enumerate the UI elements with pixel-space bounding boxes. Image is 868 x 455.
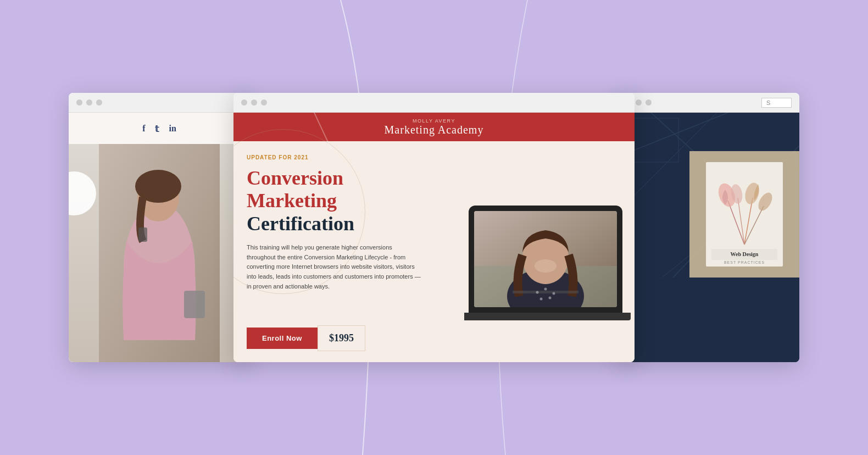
- laptop-mockup: [469, 206, 631, 320]
- heading-conversion: Conversion: [247, 167, 343, 189]
- left-browser-card: f 𝕥 in: [69, 93, 250, 362]
- academy-subtitle: MOLLY AVERY: [413, 118, 455, 124]
- svg-rect-5: [138, 228, 147, 242]
- search-placeholder: S: [766, 99, 770, 106]
- left-card-content: f 𝕥 in: [69, 113, 250, 362]
- course-heading: Conversion Marketing Certification: [247, 167, 453, 235]
- svg-text:Web Design: Web Design: [731, 251, 759, 257]
- right-search-bar[interactable]: S: [761, 98, 792, 108]
- laptop-screen: [474, 211, 617, 307]
- svg-point-16: [548, 296, 551, 299]
- cards-container: f 𝕥 in: [0, 0, 868, 455]
- right-browser-bar: S: [618, 93, 799, 113]
- svg-point-13: [544, 287, 547, 290]
- heading-certification: Certification: [247, 213, 354, 235]
- laptop-screen-content: [474, 211, 617, 307]
- right-browser-card: S: [618, 93, 799, 362]
- cta-row: Enroll Now $1995: [247, 325, 453, 351]
- course-description: This training will help you generate hig…: [247, 243, 422, 291]
- twitter-icon: 𝕥: [155, 124, 159, 134]
- right-card-content: Web Design BEST PRACTICES: [618, 113, 799, 362]
- laptop-image-area: [464, 141, 635, 362]
- academy-title: Marketing Academy: [385, 124, 484, 136]
- laptop-outer: [469, 206, 622, 313]
- updated-label: UPDATED FOR 2021: [247, 154, 453, 160]
- svg-point-14: [552, 292, 555, 295]
- enroll-button[interactable]: Enroll Now: [247, 328, 318, 349]
- center-dot-2: [251, 99, 257, 106]
- left-browser-bar: [69, 93, 250, 113]
- svg-point-12: [536, 291, 538, 293]
- center-card-content: MOLLY AVERY Marketing Academy UPDATED FO…: [233, 113, 635, 362]
- heading-marketing: Marketing: [247, 190, 337, 212]
- social-icons-row: f 𝕥 in: [142, 113, 176, 144]
- price-tag: $1995: [318, 325, 365, 351]
- woman-left-svg: [99, 144, 220, 362]
- svg-text:BEST PRACTICES: BEST PRACTICES: [724, 260, 765, 264]
- geo-lines-svg: Web Design BEST PRACTICES: [618, 113, 799, 278]
- center-browser-bar: [233, 93, 635, 113]
- svg-rect-11: [513, 291, 578, 293]
- right-dark-section: Web Design BEST PRACTICES: [618, 113, 799, 362]
- center-dot-3: [261, 99, 267, 106]
- white-circle-accent: [69, 171, 96, 215]
- browser-dot-green: [96, 99, 102, 106]
- center-browser-card: MOLLY AVERY Marketing Academy UPDATED FO…: [233, 93, 635, 362]
- center-text-panel: UPDATED FOR 2021 Conversion Marketing Ce…: [233, 141, 464, 362]
- right-dot-3: [646, 99, 652, 106]
- svg-rect-4: [184, 291, 205, 318]
- svg-point-10: [535, 259, 557, 273]
- svg-point-15: [539, 297, 542, 300]
- linkedin-icon: in: [169, 124, 176, 134]
- browser-dot-red: [76, 99, 82, 106]
- laptop-base: [464, 313, 631, 320]
- right-dot-2: [636, 99, 642, 106]
- left-photo-area: [69, 144, 250, 362]
- center-dot-1: [241, 99, 247, 106]
- center-body: UPDATED FOR 2021 Conversion Marketing Ce…: [233, 141, 635, 362]
- facebook-icon: f: [142, 124, 145, 134]
- browser-dot-yellow: [86, 99, 92, 106]
- academy-header: MOLLY AVERY Marketing Academy: [233, 113, 635, 141]
